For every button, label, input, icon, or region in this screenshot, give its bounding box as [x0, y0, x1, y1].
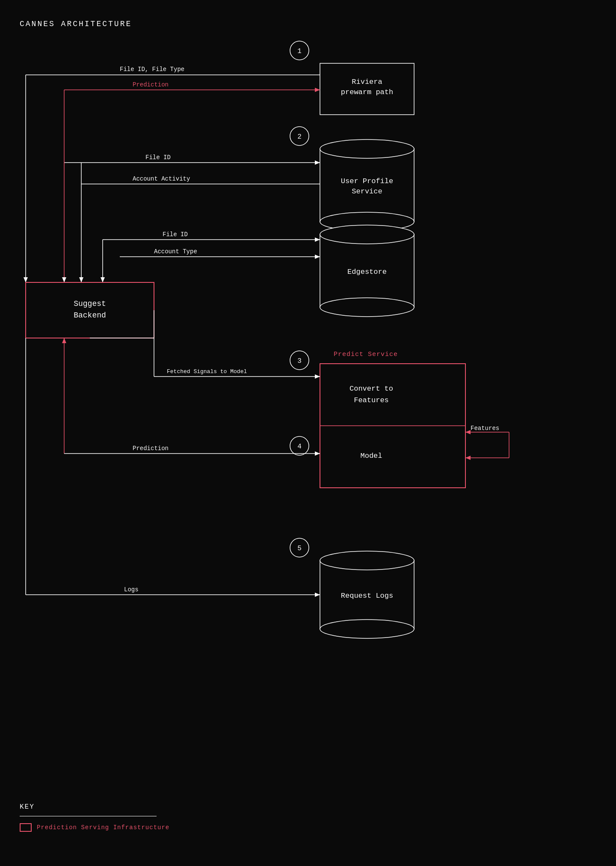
svg-text:Prediction: Prediction	[133, 81, 169, 88]
svg-marker-11	[24, 277, 28, 282]
svg-text:Model: Model	[360, 452, 382, 460]
svg-text:Request Logs: Request Logs	[341, 592, 393, 600]
key-divider	[20, 816, 157, 816]
svg-marker-65	[465, 430, 471, 434]
svg-text:File ID: File ID	[163, 231, 188, 238]
svg-text:Account Activity: Account Activity	[133, 175, 190, 182]
key-box-prediction	[20, 823, 32, 832]
svg-text:User Profile: User Profile	[341, 177, 393, 185]
svg-text:Predict Service: Predict Service	[334, 351, 398, 358]
svg-text:4: 4	[297, 443, 302, 451]
svg-text:File ID, File Type: File ID, File Type	[120, 66, 184, 73]
svg-marker-76	[315, 593, 320, 597]
svg-marker-8	[315, 88, 320, 92]
svg-text:Logs: Logs	[124, 586, 139, 593]
svg-text:File ID: File ID	[145, 154, 171, 161]
svg-point-26	[320, 298, 414, 317]
svg-rect-14	[320, 149, 414, 222]
svg-marker-32	[315, 255, 320, 259]
svg-marker-57	[62, 338, 66, 343]
svg-text:5: 5	[297, 545, 302, 552]
key-label-prediction: Prediction Serving Infrastructure	[37, 824, 169, 831]
svg-text:Backend: Backend	[74, 311, 106, 320]
svg-point-25	[320, 225, 414, 244]
svg-text:1: 1	[297, 47, 302, 55]
svg-text:3: 3	[297, 357, 302, 365]
svg-marker-68	[465, 456, 471, 460]
svg-marker-20	[315, 160, 320, 165]
svg-point-72	[320, 551, 414, 570]
svg-text:2: 2	[297, 133, 302, 141]
svg-text:Suggest: Suggest	[74, 300, 106, 308]
svg-point-15	[320, 139, 414, 158]
svg-text:Features: Features	[354, 396, 389, 404]
svg-marker-37	[79, 277, 83, 282]
svg-text:Convert to: Convert to	[349, 385, 393, 393]
svg-text:Fetched Signals to Model: Fetched Signals to Model	[167, 368, 247, 375]
svg-text:Account Type: Account Type	[154, 248, 197, 255]
svg-marker-61	[315, 451, 320, 456]
svg-marker-39	[101, 277, 105, 282]
svg-text:Edgestore: Edgestore	[347, 268, 387, 276]
key-item: Prediction Serving Infrastructure	[20, 823, 169, 832]
svg-text:Riviera: Riviera	[352, 78, 382, 86]
svg-text:Prediction: Prediction	[133, 445, 169, 452]
svg-text:Service: Service	[352, 187, 382, 196]
svg-marker-29	[315, 237, 320, 242]
svg-text:prewarm path: prewarm path	[341, 88, 393, 96]
svg-marker-35	[62, 277, 66, 282]
svg-text:Features: Features	[471, 425, 499, 432]
svg-point-73	[320, 620, 414, 638]
key-section: KEY Prediction Serving Infrastructure	[20, 803, 169, 832]
svg-rect-40	[26, 282, 154, 338]
svg-marker-52	[315, 374, 320, 379]
key-title: KEY	[20, 803, 169, 811]
